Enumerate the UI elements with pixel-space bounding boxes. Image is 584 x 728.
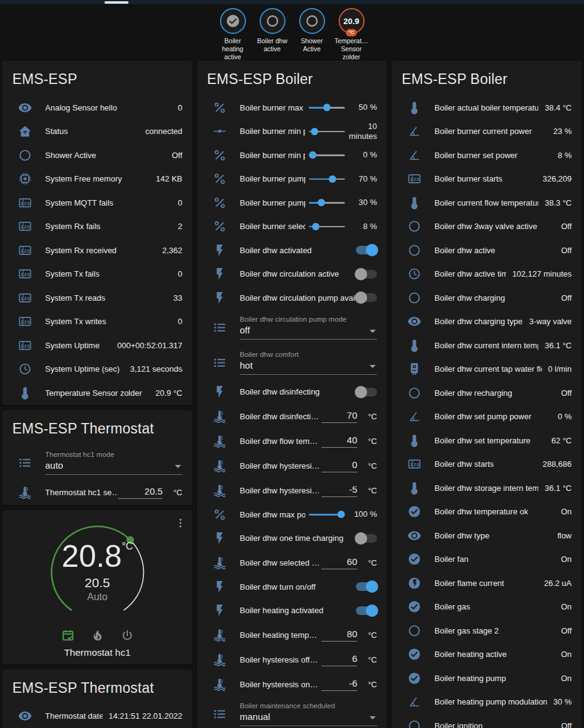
- toggle-switch[interactable]: [356, 534, 377, 543]
- number-input[interactable]: 6: [321, 653, 357, 666]
- entity-row[interactable]: Boiler gasOn: [402, 595, 572, 619]
- entity-row[interactable]: Boiler dhw temperature okOn: [402, 500, 572, 524]
- entity-row[interactable]: Boiler current flow temperature38.3 °C: [402, 191, 572, 215]
- entity-row[interactable]: 123System MQTT fails0: [12, 191, 182, 215]
- dots-vertical-icon[interactable]: [174, 516, 188, 531]
- entity-row[interactable]: Boiler fanOn: [402, 548, 572, 572]
- entity-row[interactable]: Boiler actual boiler temperature38.4 °C: [402, 96, 572, 120]
- select-value: off: [240, 325, 377, 335]
- counter-icon: 123: [17, 219, 32, 234]
- slider-control[interactable]: [309, 103, 345, 112]
- number-input[interactable]: -5: [321, 484, 357, 497]
- entity-row[interactable]: Boiler ignitionOff: [402, 714, 572, 728]
- entity-row[interactable]: Boiler dhw charging type3-way valve: [402, 310, 572, 334]
- slider-thumb[interactable]: [329, 175, 336, 183]
- toggle-switch[interactable]: [356, 582, 377, 591]
- entity-row[interactable]: Temperature Sensor zolder20.9 °C: [12, 381, 182, 405]
- entity-row[interactable]: 123System Tx writes0: [12, 310, 182, 334]
- slider-control[interactable]: [309, 151, 345, 159]
- entity-label: Boiler gas: [434, 602, 555, 611]
- number-input[interactable]: 60: [321, 556, 357, 569]
- badge[interactable]: 20.9 °C Temperat…Sensorzolder: [334, 8, 370, 61]
- entity-row[interactable]: Boiler dhw set temperature62 °C: [402, 429, 572, 453]
- slider-thumb[interactable]: [311, 128, 318, 135]
- entity-row[interactable]: System Free memory142 KB: [12, 167, 182, 191]
- entity-row[interactable]: 123System Tx fails0: [12, 262, 182, 287]
- entity-row[interactable]: 123System Uptime000+00:52:01.317: [12, 333, 182, 358]
- entity-row[interactable]: 123Boiler burner starts326,209: [402, 167, 572, 191]
- entity-row[interactable]: Boiler dhw storage intern temperature36.…: [402, 476, 572, 500]
- entity-value: On: [561, 650, 572, 659]
- entity-row[interactable]: Boiler flame current26.2 uA: [402, 571, 572, 595]
- slider-thumb[interactable]: [309, 151, 316, 159]
- number-input[interactable]: 80: [321, 629, 357, 642]
- entity-row[interactable]: Boiler heating pump modulation30 %: [402, 690, 572, 714]
- select-control[interactable]: Thermostat hc1 modeauto: [45, 451, 182, 475]
- slider-thumb[interactable]: [312, 223, 320, 230]
- toggle-switch[interactable]: [356, 388, 377, 396]
- entity-row[interactable]: Boiler dhw current tap water flow0 l/min: [402, 358, 572, 382]
- thermostat-dial[interactable]: 20.8°C 20.5 Auto: [37, 517, 158, 627]
- slider-thumb[interactable]: [323, 104, 331, 111]
- entity-label: Boiler current flow temperature: [434, 198, 538, 207]
- number-unit: °C: [362, 558, 377, 567]
- number-input[interactable]: 0: [321, 459, 357, 472]
- slider-control[interactable]: [309, 222, 345, 231]
- entity-row[interactable]: Analog Sensor hello0: [12, 96, 182, 120]
- entity-row[interactable]: Thermostat date/time14:21:51 22.01.2022: [12, 705, 182, 728]
- slider-thumb[interactable]: [318, 199, 325, 206]
- toggle-switch[interactable]: [356, 293, 377, 302]
- current-temperature: 20.8°C: [37, 541, 158, 572]
- entity-row[interactable]: 123System Rx received2,362: [12, 238, 182, 262]
- entity-row[interactable]: Boiler dhw active time102,127 minutes: [402, 262, 572, 287]
- entity-row[interactable]: Boiler dhw activeOff: [402, 238, 572, 262]
- entity-row[interactable]: Boiler dhw rechargingOff: [402, 381, 572, 405]
- slider-control[interactable]: [309, 127, 345, 136]
- power-icon[interactable]: [121, 629, 134, 642]
- entity-row[interactable]: Statusconnected: [12, 120, 182, 144]
- number-row: Boiler dhw hysteresi…-5°C: [207, 478, 377, 503]
- entity-row[interactable]: Boiler dhw current intern temperature36.…: [402, 333, 572, 358]
- fire-icon[interactable]: [91, 629, 104, 642]
- toggle-switch[interactable]: [356, 246, 377, 254]
- number-input[interactable]: -6: [321, 678, 357, 691]
- entity-row[interactable]: Boiler dhw typeflow: [402, 524, 572, 548]
- entity-row[interactable]: Boiler burner current power23 %: [402, 120, 572, 144]
- number-input[interactable]: 40: [321, 435, 357, 448]
- entity-row[interactable]: Boiler dhw 3way valve activeOff: [402, 215, 572, 239]
- entity-row[interactable]: 123System Tx reads33: [12, 286, 182, 310]
- select-control[interactable]: Boiler dhw comforthot: [240, 351, 377, 375]
- entity-row[interactable]: Boiler dhw set pump power0 %: [402, 405, 572, 429]
- entity-label: Boiler dhw flow tem…: [240, 437, 321, 446]
- entity-row[interactable]: Boiler heating pumpOn: [402, 666, 572, 690]
- badge[interactable]: Boilerheatingactive: [215, 8, 251, 61]
- flash-icon: [212, 579, 227, 594]
- badge[interactable]: Boiler dhwactive: [255, 8, 290, 53]
- entity-row[interactable]: Boiler burner set power8 %: [402, 143, 572, 167]
- slider-control[interactable]: [309, 510, 345, 519]
- number-input[interactable]: 70: [321, 410, 357, 423]
- number-input[interactable]: 20.5: [118, 486, 163, 499]
- entity-row[interactable]: System Uptime (sec)3,121 seconds: [12, 358, 182, 382]
- entity-row[interactable]: 123System Rx fails2: [12, 215, 182, 239]
- entity-row[interactable]: 123Boiler dhw starts288,686: [402, 453, 572, 477]
- entity-row[interactable]: Boiler dhw chargingOff: [402, 286, 572, 310]
- slider-control[interactable]: [309, 175, 345, 183]
- select-control[interactable]: Boiler maintenance scheduledmanual: [240, 702, 377, 726]
- toggle-switch[interactable]: [356, 606, 377, 615]
- toggle-switch[interactable]: [356, 270, 377, 278]
- tabs-scrollbar-thumb[interactable]: [104, 1, 129, 4]
- toggle-row: Boiler dhw one time charging: [207, 527, 377, 551]
- slider-control[interactable]: [309, 198, 345, 207]
- slider-thumb[interactable]: [337, 511, 345, 518]
- entity-row[interactable]: Boiler heating activeOn: [402, 643, 572, 667]
- entity-row[interactable]: Boiler gas stage 2Off: [402, 619, 572, 643]
- slider-row: Boiler burner pump …70 %: [207, 167, 377, 191]
- entity-label: Boiler dhw type: [434, 531, 551, 540]
- calendar-sync-icon[interactable]: [61, 629, 75, 642]
- entity-value: Off: [561, 293, 572, 303]
- entity-value: Off: [561, 721, 572, 728]
- badge[interactable]: ShowerActive: [294, 8, 330, 53]
- entity-row[interactable]: Shower ActiveOff: [12, 143, 182, 167]
- select-control[interactable]: Boiler dhw circulation pump modeoff: [240, 316, 377, 340]
